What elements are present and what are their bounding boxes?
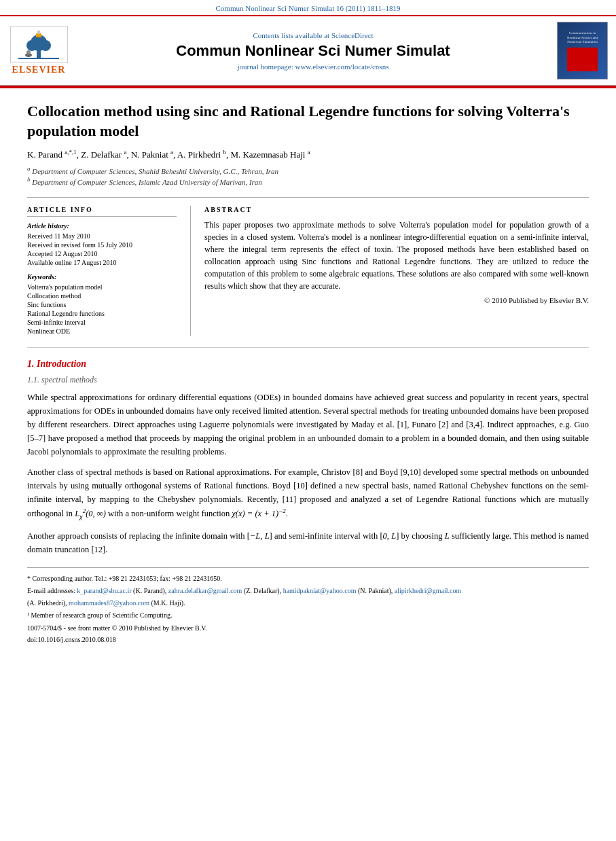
email-parand[interactable]: k_parand@sbu.ac.ir bbox=[77, 587, 131, 594]
keyword-4: Rational Legendre functions bbox=[27, 310, 177, 317]
journal-cover-thumbnail: Communications inNonlinear Science andNu… bbox=[557, 22, 608, 79]
copyright-notice: © 2010 Published by Elsevier B.V. bbox=[204, 296, 589, 304]
footnotes-section: * Corresponding author. Tel.: +98 21 224… bbox=[27, 567, 589, 643]
history-online: Available online 17 August 2010 bbox=[27, 259, 177, 266]
email-parand-name: (K. Parand), bbox=[133, 587, 168, 594]
body-paragraph-2: Another class of spectral methods is bas… bbox=[27, 465, 589, 522]
svg-point-3 bbox=[26, 40, 37, 51]
email-delafkar-name: (Z. Delafkar), bbox=[244, 587, 283, 594]
keyword-6: Nonlinear ODE bbox=[27, 327, 177, 335]
issn-text: 1007-5704/$ - see front matter © 2010 Pu… bbox=[27, 624, 207, 632]
elsevier-logo-image bbox=[10, 26, 68, 63]
keywords-label: Keywords: bbox=[27, 273, 177, 281]
email-pakniat[interactable]: hamidpakniat@yahoo.com bbox=[283, 587, 357, 594]
issn-line: 1007-5704/$ - see front matter © 2010 Pu… bbox=[27, 624, 589, 632]
svg-point-9 bbox=[26, 50, 31, 54]
keyword-5: Semi-infinite interval bbox=[27, 319, 177, 326]
paper-title: Collocation method using sinc and Ration… bbox=[27, 102, 589, 141]
column-divider bbox=[190, 206, 191, 336]
footnote-star: * Corresponding author. Tel.: +98 21 224… bbox=[27, 573, 589, 584]
abstract-column: ABSTRACT This paper proposes two approxi… bbox=[204, 206, 589, 336]
authors-line: K. Parand a,*,1, Z. Delafkar a, N. Pakni… bbox=[27, 149, 589, 160]
article-history-label: Article history: bbox=[27, 222, 177, 230]
email-pirkhedri[interactable]: alipirkhedri@gmail.com bbox=[395, 587, 461, 594]
header-center: Contents lists available at ScienceDirec… bbox=[76, 31, 550, 71]
affiliations: a Department of Computer Sciences, Shahi… bbox=[27, 165, 589, 186]
elsevier-logo: ELSEVIER bbox=[8, 26, 69, 75]
article-info-heading: ARTICLE INFO bbox=[27, 206, 177, 217]
affiliation-b-text: Department of Computer Sciences, Islamic… bbox=[32, 178, 262, 186]
doi-line: doi:10.1016/j.cnsns.2010.08.018 bbox=[27, 636, 589, 643]
history-accepted: Accepted 12 August 2010 bbox=[27, 250, 177, 257]
section-divider bbox=[27, 347, 589, 348]
affiliation-a-text: Department of Computer Sciences, Shahid … bbox=[32, 166, 278, 175]
footnote-emails-2: (A. Pirkhedri), mohammades87@yahoo.com (… bbox=[27, 598, 589, 608]
keyword-2: Collocation method bbox=[27, 292, 177, 300]
history-received: Received 11 May 2010 bbox=[27, 232, 177, 240]
svg-point-4 bbox=[40, 40, 51, 51]
journal-header: ELSEVIER Contents lists available at Sci… bbox=[0, 15, 616, 86]
email-pirkhedri-name: (A. Pirkhedri), bbox=[27, 599, 69, 607]
cover-text: Communications inNonlinear Science andNu… bbox=[566, 30, 599, 46]
abstract-heading: ABSTRACT bbox=[204, 206, 589, 213]
science-direct-link-text[interactable]: ScienceDirect bbox=[331, 31, 374, 39]
keyword-3: Sinc functions bbox=[27, 301, 177, 308]
journal-citation: Commun Nonlinear Sci Numer Simulat 16 (2… bbox=[0, 0, 616, 15]
subsection-heading: 1.1. spectral methods bbox=[27, 375, 589, 385]
email-pakniat-name: (N. Pakniat), bbox=[358, 587, 395, 594]
homepage-label: journal homepage: bbox=[238, 62, 293, 71]
email-label: E-mail addresses: bbox=[27, 587, 75, 594]
affiliation-a: a Department of Computer Sciences, Shahi… bbox=[27, 165, 589, 175]
homepage-url[interactable]: www.elsevier.com/locate/cnsns bbox=[295, 62, 388, 71]
footnote-member: ¹ Member of research group of Scientific… bbox=[27, 610, 589, 620]
journal-title: Commun Nonlinear Sci Numer Simulat bbox=[76, 42, 550, 60]
footnote-emails: E-mail addresses: k_parand@sbu.ac.ir (K.… bbox=[27, 586, 589, 596]
journal-homepage-line: journal homepage: www.elsevier.com/locat… bbox=[76, 62, 550, 71]
abstract-text: This paper proposes two approximate meth… bbox=[204, 219, 589, 292]
affiliation-b: b Department of Computer Sciences, Islam… bbox=[27, 176, 589, 186]
email-haji[interactable]: mohammades87@yahoo.com bbox=[69, 599, 149, 607]
body-paragraph-3: Another approach consists of replacing t… bbox=[27, 529, 589, 556]
doi-text: doi:10.1016/j.cnsns.2010.08.018 bbox=[27, 636, 116, 643]
science-direct-line: Contents lists available at ScienceDirec… bbox=[76, 31, 550, 39]
section-1-heading: 1. Introduction bbox=[27, 359, 589, 370]
email-haji-name: (M.K. Haji). bbox=[151, 599, 185, 607]
cover-graphic bbox=[567, 48, 598, 71]
elsevier-brand-text: ELSEVIER bbox=[12, 65, 66, 75]
keyword-1: Volterra's population model bbox=[27, 283, 177, 291]
email-delafkar[interactable]: zahra.delafkar@gmail.com bbox=[168, 587, 242, 594]
paper-content: Collocation method using sinc and Ration… bbox=[0, 88, 616, 657]
body-paragraph-1: While spectral approximations for ordina… bbox=[27, 391, 589, 459]
svg-rect-6 bbox=[37, 31, 40, 34]
svg-rect-7 bbox=[18, 58, 59, 59]
info-abstract-columns: ARTICLE INFO Article history: Received 1… bbox=[27, 197, 589, 336]
history-revised: Received in revised form 15 July 2010 bbox=[27, 241, 177, 249]
article-info-column: ARTICLE INFO Article history: Received 1… bbox=[27, 206, 177, 336]
journal-citation-text: Commun Nonlinear Sci Numer Simulat 16 (2… bbox=[215, 4, 400, 12]
contents-label: Contents lists available at bbox=[253, 31, 329, 39]
